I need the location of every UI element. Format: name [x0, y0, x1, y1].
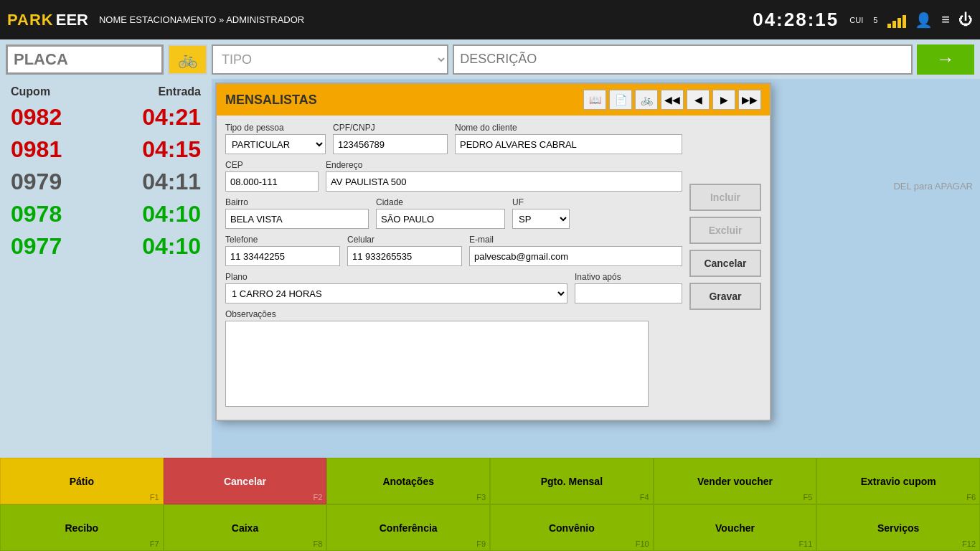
btn-pgto-mensal[interactable]: Pgto. Mensal F4: [490, 458, 654, 504]
ticket-row[interactable]: 0978 04:10: [4, 198, 208, 230]
modal-content-area: Tipo de pessoa PARTICULAR JURIDICA CPF/C…: [217, 116, 770, 420]
menu-icon[interactable]: ≡: [941, 11, 950, 28]
input-nome[interactable]: [455, 134, 682, 154]
input-email[interactable]: [469, 246, 682, 266]
placa-input[interactable]: [6, 44, 164, 75]
btn-cancelar[interactable]: Cancelar F2: [164, 458, 327, 504]
form-row-4: Telefone Celular E-mail: [225, 235, 682, 266]
label-cpf: CPF/CNPJ: [333, 123, 448, 133]
cupom-0979: 0979: [11, 169, 62, 195]
btn-voucher-fkey: F11: [798, 540, 812, 548]
cui-label: CUI: [849, 16, 863, 24]
label-bairro: Bairro: [225, 197, 369, 207]
btn-vender-voucher[interactable]: Vender voucher F5: [654, 458, 817, 504]
power-icon[interactable]: ⏻: [958, 11, 973, 28]
select-tipo-pessoa[interactable]: PARTICULAR JURIDICA: [225, 134, 326, 154]
entrada-0979: 04:11: [142, 169, 201, 195]
fg-inativo: Inativo após: [575, 272, 682, 303]
btn-convenio-label: Convênio: [549, 522, 595, 534]
btn-vender-voucher-fkey: F5: [804, 493, 813, 501]
fg-obs: Observações: [225, 309, 682, 407]
input-row: 🚲 TIPO →: [0, 39, 980, 79]
input-celular[interactable]: [347, 246, 462, 266]
user-icon[interactable]: 👤: [915, 11, 933, 29]
logo: PARK EER: [7, 11, 88, 29]
btn-convenio-fkey: F10: [636, 540, 649, 548]
btn-extravio-cupom-label: Extravio cupom: [861, 476, 936, 487]
nav-first[interactable]: ◀◀: [661, 90, 684, 110]
input-bairro[interactable]: [225, 209, 369, 229]
fg-nome: Nome do cliente: [455, 123, 682, 154]
go-button[interactable]: →: [917, 44, 974, 75]
incluir-button[interactable]: Incluir: [689, 184, 761, 211]
entrada-0977: 04:10: [142, 233, 201, 260]
btn-servicos[interactable]: Serviços F12: [816, 504, 980, 551]
label-inativo: Inativo após: [575, 272, 682, 282]
top-bar: PARK EER NOME ESTACIONAMENTO » ADMINISTR…: [0, 0, 980, 39]
input-endereco[interactable]: [326, 171, 682, 192]
label-plano: Plano: [225, 272, 567, 282]
ticket-row[interactable]: 0979 04:11: [4, 166, 208, 198]
ticket-row[interactable]: 0981 04:15: [4, 133, 208, 166]
input-cpf[interactable]: [333, 134, 448, 154]
cupom-0982: 0982: [11, 104, 62, 131]
bike-button[interactable]: 🚲: [168, 44, 207, 75]
btn-caixa[interactable]: Caixa F8: [164, 504, 327, 551]
form-row-2: CEP Endereço: [225, 160, 682, 192]
btn-anotacoes[interactable]: Anotações F3: [326, 458, 490, 504]
textarea-obs[interactable]: [225, 321, 649, 407]
fg-email: E-mail: [469, 235, 682, 266]
fg-uf: UF SP RJ MG: [512, 197, 570, 229]
nav-bike[interactable]: 🚲: [635, 90, 658, 110]
btn-vender-voucher-label: Vender voucher: [697, 476, 773, 487]
fg-endereco: Endereço: [326, 160, 682, 192]
btn-extravio-cupom-fkey: F6: [966, 493, 976, 501]
modal-nav: 📖 📄 🚲 ◀◀ ◀ ▶ ▶▶: [583, 90, 761, 110]
nav-next[interactable]: ▶: [712, 90, 735, 110]
right-area: DEL para APAGAR MENSALISTAS 📖 📄 🚲 ◀◀ ◀ ▶…: [212, 79, 980, 458]
btn-convenio[interactable]: Convênio F10: [490, 504, 654, 551]
descricao-input[interactable]: [453, 44, 913, 75]
btn-cancelar-label: Cancelar: [224, 476, 266, 487]
tipo-select[interactable]: TIPO: [212, 44, 448, 75]
nav-page[interactable]: 📄: [609, 90, 632, 110]
input-telefone[interactable]: [225, 246, 340, 266]
btn-patio[interactable]: Pátio F1: [0, 458, 164, 504]
modal-header: MENSALISTAS 📖 📄 🚲 ◀◀ ◀ ▶ ▶▶: [217, 84, 770, 116]
entrada-0981: 04:15: [142, 136, 201, 163]
del-label: DEL para APAGAR: [893, 181, 973, 192]
input-cep[interactable]: [225, 171, 319, 192]
btn-voucher[interactable]: Voucher F11: [654, 504, 817, 551]
fg-bairro: Bairro: [225, 197, 369, 229]
btn-conferencia-fkey: F9: [476, 540, 486, 548]
gravar-button[interactable]: Gravar: [689, 283, 761, 310]
fg-plano: Plano 1 CARRO 24 HORAS 2 CARROS 24 HORAS: [225, 272, 567, 303]
label-cidade: Cidade: [376, 197, 505, 207]
fg-cidade: Cidade: [376, 197, 505, 229]
btn-servicos-fkey: F12: [962, 540, 976, 548]
label-uf: UF: [512, 197, 570, 207]
form-row-3: Bairro Cidade UF SP RJ MG: [225, 197, 682, 229]
ticket-row[interactable]: 0977 04:10: [4, 230, 208, 263]
nav-last[interactable]: ▶▶: [738, 90, 761, 110]
select-uf[interactable]: SP RJ MG: [512, 209, 570, 229]
select-plano[interactable]: 1 CARRO 24 HORAS 2 CARROS 24 HORAS: [225, 283, 567, 303]
bar4: [903, 15, 906, 28]
input-inativo[interactable]: [575, 283, 682, 303]
excluir-button[interactable]: Excluir: [689, 217, 761, 244]
nav-prev[interactable]: ◀: [687, 90, 710, 110]
form-row-5: Plano 1 CARRO 24 HORAS 2 CARROS 24 HORAS…: [225, 272, 682, 303]
btn-patio-label: Pátio: [70, 476, 94, 487]
nav-book[interactable]: 📖: [583, 90, 606, 110]
btn-anotacoes-fkey: F3: [476, 493, 486, 501]
btn-conferencia[interactable]: Conferência F9: [326, 504, 490, 551]
btn-cancelar-fkey: F2: [314, 493, 323, 501]
ticket-row[interactable]: 0982 04:21: [4, 101, 208, 133]
form-row-1: Tipo de pessoa PARTICULAR JURIDICA CPF/C…: [225, 123, 682, 154]
input-cidade[interactable]: [376, 209, 505, 229]
btn-recibo[interactable]: Recibo F7: [0, 504, 164, 551]
entrada-0978: 04:10: [142, 201, 201, 227]
cancelar-modal-button[interactable]: Cancelar: [689, 250, 761, 277]
col-entrada: Entrada: [158, 85, 201, 98]
btn-extravio-cupom[interactable]: Extravio cupom F6: [816, 458, 980, 504]
